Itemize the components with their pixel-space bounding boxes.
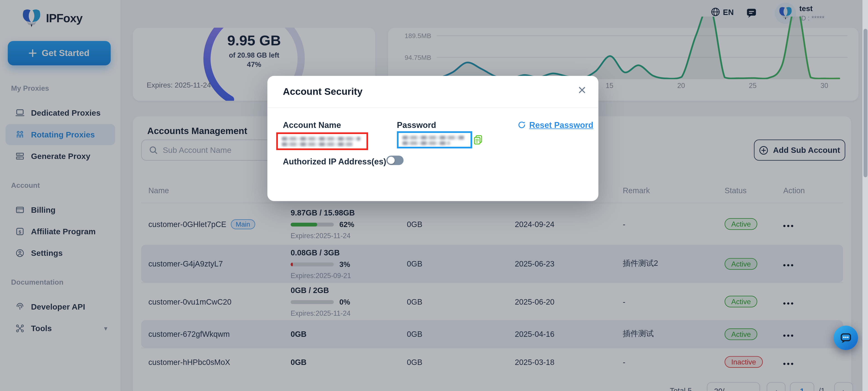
live-chat-widget[interactable] — [834, 326, 858, 350]
account-name-value-redacted — [276, 132, 368, 150]
account-name-label: Account Name — [283, 120, 341, 130]
refresh-icon — [518, 121, 526, 129]
authorized-ip-toggle[interactable] — [386, 156, 404, 165]
redacted-text — [402, 136, 464, 140]
chat-bubble-icon — [838, 330, 854, 345]
password-value-redacted — [397, 131, 472, 149]
scrollbar-thumb[interactable] — [863, 29, 867, 177]
reset-password-link[interactable]: Reset Password — [518, 120, 593, 130]
authorized-ip-label: Authorized IP Address(es) — [283, 157, 386, 166]
modal-title: Account Security — [283, 86, 363, 97]
redacted-text — [402, 141, 450, 145]
app-window: IPFoxy Get Started My Proxies Dedicated … — [0, 0, 868, 391]
password-label: Password — [397, 120, 436, 130]
redacted-text — [282, 137, 361, 141]
window-scrollbar[interactable] — [862, 0, 868, 391]
divider — [267, 108, 598, 108]
redacted-text — [282, 143, 353, 146]
reset-password-label: Reset Password — [529, 120, 593, 130]
close-icon[interactable]: × — [578, 82, 586, 99]
copy-password-button[interactable] — [474, 135, 482, 147]
account-security-modal: Account Security × Account Name Password — [267, 76, 598, 201]
copy-icon — [474, 135, 482, 145]
toggle-knob — [388, 157, 395, 164]
